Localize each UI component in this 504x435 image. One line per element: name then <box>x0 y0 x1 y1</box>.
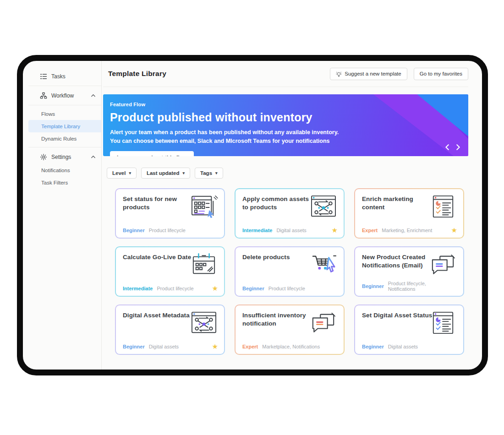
template-card[interactable]: Set Digital Asset Status Beginner Digita… <box>354 304 464 355</box>
learn-more-button[interactable]: Learn more about this flow <box>110 151 194 157</box>
divider <box>28 86 101 86</box>
banner-description-line2: You can choose between email, Slack and … <box>110 137 468 146</box>
button-label: Go to my favorites <box>420 71 462 76</box>
filter-label: Level <box>112 170 126 176</box>
filter-bar: Level ▾ Last updated ▾ Tags ▾ <box>107 168 468 179</box>
card-tags: Product lifecycle <box>268 286 305 291</box>
sidebar-item-dynamic-rules[interactable]: Dynamic Rules <box>23 132 101 145</box>
card-tags: Product lifecycle, Notifications <box>388 281 451 292</box>
level-badge: Expert <box>362 228 378 233</box>
favorite-star-icon[interactable]: ★ <box>332 227 338 234</box>
sidebar-item-workflow[interactable]: Workflow <box>23 88 101 103</box>
tasks-icon <box>40 73 47 80</box>
card-title: Delete products <box>242 253 315 261</box>
card-tags: Product lifecycle <box>157 286 193 291</box>
banner-eyebrow: Featured Flow <box>110 102 468 107</box>
chevron-down-icon: ▾ <box>183 171 185 175</box>
app-window: Tasks Workflow Flows Template Library <box>17 55 488 375</box>
card-title: Enrich marketing content <box>362 195 434 211</box>
level-badge: Beginner <box>123 344 145 349</box>
sidebar-label: Template Library <box>41 124 80 129</box>
sidebar-item-template-library[interactable]: Template Library <box>28 120 101 132</box>
sidebar-label: Workflow <box>51 92 74 99</box>
carousel-next-icon[interactable] <box>456 144 461 151</box>
calendar-icon <box>190 252 218 277</box>
banner-carousel-controls <box>444 144 461 151</box>
card-title: Apply common assets to products <box>242 195 315 211</box>
level-badge: Beginner <box>362 344 384 349</box>
sidebar-label: Tasks <box>51 73 66 80</box>
chevron-up-icon[interactable] <box>91 155 96 158</box>
sidebar-item-tasks[interactable]: Tasks <box>23 69 101 83</box>
window-grid-cursor-icon <box>190 194 218 219</box>
sidebar-label: Notifications <box>41 168 70 173</box>
card-tags: Product lifecycle <box>149 228 186 233</box>
sidebar-label: Dynamic Rules <box>41 136 77 141</box>
level-badge: Expert <box>242 344 258 349</box>
lightbulb-icon <box>336 71 342 77</box>
asset-mapping-icon <box>309 194 338 219</box>
card-tags: Digital assets <box>149 344 179 349</box>
workflow-icon <box>40 92 47 99</box>
banner-description: Alert your team when a product has been … <box>110 128 468 146</box>
level-badge: Beginner <box>242 286 264 291</box>
suggest-template-button[interactable]: Suggest a new template <box>330 68 407 80</box>
template-card[interactable]: Delete products <box>235 246 345 297</box>
card-tags: Digital assets <box>388 344 418 349</box>
sidebar-item-notifications[interactable]: Notifications <box>23 164 101 176</box>
checklist-document-icon <box>429 194 457 219</box>
chevron-down-icon: ▾ <box>215 171 218 175</box>
card-title: Digital Asset Metadata <box>123 311 195 320</box>
template-card[interactable]: Calculate Go-Live Date I <box>115 246 225 297</box>
go-to-favorites-button[interactable]: Go to my favorites <box>414 68 468 80</box>
template-card[interactable]: Insufficient inventory notification Expe… <box>235 304 345 355</box>
chat-bubbles-icon <box>429 252 457 277</box>
chevron-down-icon: ▾ <box>129 171 131 175</box>
filter-label: Tags <box>200 170 212 176</box>
template-card[interactable]: New Product Created Notifications (Email… <box>354 246 464 297</box>
carousel-prev-icon[interactable] <box>444 144 449 151</box>
divider <box>28 147 101 147</box>
sidebar-item-task-filters[interactable]: Task Filters <box>23 176 101 189</box>
banner-title: Product published without inventory <box>110 111 468 124</box>
button-label: Suggest a new template <box>345 71 401 76</box>
card-title: New Product Created Notifications (Email… <box>362 253 434 269</box>
card-tags: Digital assets <box>276 228 306 233</box>
favorite-star-icon[interactable]: ★ <box>451 227 457 234</box>
template-card[interactable]: Digital Asset Metadata <box>115 304 225 355</box>
level-badge: Beginner <box>123 228 145 233</box>
sidebar-item-flows[interactable]: Flows <box>23 108 101 120</box>
card-tags: Marketing, Enrichment <box>382 228 432 233</box>
template-card[interactable]: Apply common assets to products <box>235 188 345 239</box>
page-title: Template Library <box>108 70 166 78</box>
last-updated-filter-dropdown[interactable]: Last updated ▾ <box>141 168 190 179</box>
asset-mapping-icon <box>190 310 218 335</box>
card-title: Set Digital Asset Status <box>362 311 434 320</box>
level-badge: Intermediate <box>123 286 153 291</box>
favorite-star-icon[interactable]: ★ <box>212 285 218 292</box>
featured-flow-banner: Featured Flow Product published without … <box>103 94 468 156</box>
gear-icon <box>40 153 47 161</box>
level-badge: Intermediate <box>242 228 272 233</box>
level-badge: Beginner <box>362 283 384 289</box>
tags-filter-dropdown[interactable]: Tags ▾ <box>195 168 223 179</box>
checklist-document-icon <box>429 310 457 335</box>
cart-cursor-icon <box>309 252 338 277</box>
chevron-up-icon[interactable] <box>91 94 96 97</box>
filter-label: Last updated <box>147 170 180 176</box>
card-title: Set status for new products <box>123 195 195 211</box>
template-card[interactable]: Set status for new products <box>115 188 225 239</box>
template-card[interactable]: Enrich marketing content Expert Marketin… <box>354 188 464 239</box>
card-tags: Marketplace, Notifications <box>262 344 320 349</box>
favorite-star-icon[interactable]: ★ <box>212 343 218 350</box>
chat-bubbles-icon <box>309 310 338 335</box>
divider <box>28 105 101 105</box>
sidebar-label: Task Filters <box>41 180 68 185</box>
sidebar-item-settings[interactable]: Settings <box>23 150 101 164</box>
page-header: Template Library Suggest a new template … <box>103 61 468 87</box>
level-filter-dropdown[interactable]: Level ▾ <box>107 168 137 179</box>
main-content: Template Library Suggest a new template … <box>102 61 482 370</box>
card-title: Calculate Go-Live Date <box>123 253 195 261</box>
sidebar-label: Flows <box>41 111 55 117</box>
template-grid: Set status for new products <box>115 188 464 355</box>
